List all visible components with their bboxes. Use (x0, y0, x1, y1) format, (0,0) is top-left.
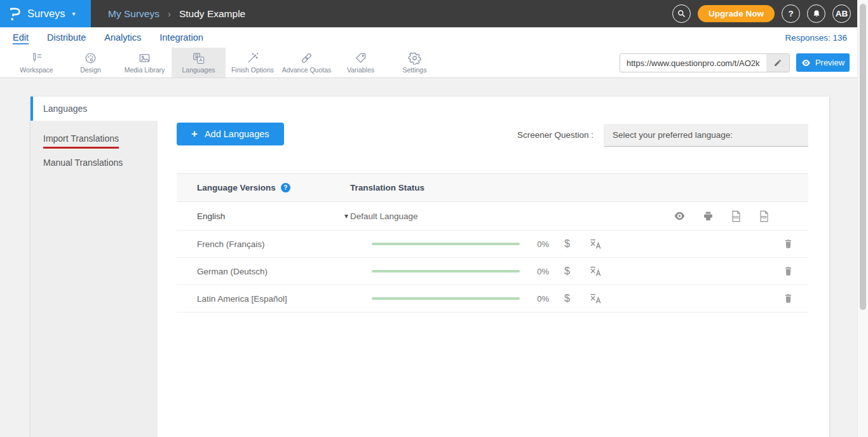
paid-translation-icon[interactable]: $ (564, 238, 570, 250)
translate-icon (589, 238, 602, 250)
screener-question-label: Screener Question : (475, 124, 593, 147)
preview-button[interactable]: Preview (796, 53, 850, 72)
delete-language-button[interactable] (783, 293, 793, 307)
export-doc-icon[interactable]: DOC (731, 210, 742, 222)
translate-icon (589, 292, 602, 305)
languages-card: Languages Import Translations Manual Tra… (31, 97, 829, 437)
page-scrollbar[interactable] (857, 0, 868, 437)
translation-progress-percent: 0% (526, 294, 549, 304)
languages-sidebar: Languages Import Translations Manual Tra… (31, 97, 158, 437)
toolbar-item-advance-quotas[interactable]: Advance Quotas (280, 48, 334, 77)
notifications-button[interactable] (807, 4, 825, 23)
table-row-french: French (Français) 0% $ (177, 231, 808, 258)
survey-tabs-bar: Edit Distribute Analytics Integration Re… (0, 27, 868, 48)
chevron-down-icon: ▾ (72, 10, 76, 17)
tab-integration[interactable]: Integration (159, 32, 203, 43)
help-badge-icon[interactable]: ? (281, 183, 290, 192)
questionpro-logo-icon (8, 6, 22, 22)
language-name: Latin America [Español] (177, 294, 350, 304)
palette-icon (84, 51, 97, 65)
sidebar-item-manual-translations[interactable]: Manual Translations (31, 151, 158, 175)
topbar-actions: Upgrade Now ? AB (672, 0, 851, 27)
question-mark-icon: ? (788, 9, 793, 18)
language-name: German (Deutsch) (177, 267, 350, 276)
sidebar-nav: Import Translations Manual Translations (31, 121, 158, 437)
upgrade-now-button[interactable]: Upgrade Now (698, 5, 775, 22)
svg-text:DOC: DOC (733, 216, 740, 219)
toolbar-item-workspace[interactable]: Workspace (10, 48, 64, 77)
tab-edit[interactable]: Edit (13, 32, 29, 43)
print-icon[interactable] (703, 211, 714, 222)
tab-analytics[interactable]: Analytics (104, 32, 141, 43)
sidebar-item-import-translations[interactable]: Import Translations (31, 126, 158, 151)
chevron-down-icon[interactable]: ▾ (344, 212, 348, 220)
svg-text:PDF: PDF (761, 216, 768, 219)
trash-icon (783, 293, 793, 304)
paid-translation-icon[interactable]: $ (564, 266, 570, 277)
translate-icon: A (192, 51, 205, 65)
tag-icon (354, 51, 367, 65)
sidebar-title: Languages (31, 97, 158, 121)
top-bar: Surveys ▾ My Surveys › Study Example Upg… (0, 0, 868, 27)
breadcrumb-current: Study Example (179, 8, 245, 20)
default-language-name: English (177, 212, 350, 221)
workspace-icon (30, 51, 43, 65)
svg-text:A: A (199, 57, 203, 63)
scrollbar-thumb[interactable] (860, 4, 866, 310)
delete-language-button[interactable] (783, 266, 793, 279)
auto-translate-button[interactable] (589, 292, 602, 307)
gear-icon (408, 51, 421, 65)
paid-translation-icon[interactable]: $ (564, 293, 570, 304)
product-name: Surveys (27, 8, 65, 20)
view-eye-icon[interactable] (674, 212, 686, 220)
translation-progress-percent: 0% (526, 267, 549, 276)
help-button[interactable]: ? (782, 4, 800, 23)
toolbar-item-finish-options[interactable]: Finish Options (226, 48, 280, 77)
toolbar-item-design[interactable]: Design (64, 48, 118, 77)
trash-icon (783, 266, 793, 277)
image-icon (138, 51, 151, 65)
survey-url-group (620, 53, 790, 72)
responses-count-link[interactable]: Responses: 136 (785, 33, 847, 43)
content-area: Languages Import Translations Manual Tra… (0, 78, 868, 437)
edit-url-button[interactable] (766, 54, 789, 72)
tab-distribute[interactable]: Distribute (47, 32, 86, 43)
translation-progress-percent: 0% (526, 239, 549, 249)
translate-icon (589, 265, 602, 278)
default-language-actions: DOC PDF (674, 202, 770, 230)
table-row-default-language: English ▾ Default Language (177, 202, 808, 231)
toolbar-item-settings[interactable]: Settings (388, 48, 442, 77)
edit-toolbar: Workspace Design Media Library A Languag… (0, 48, 868, 78)
breadcrumb-my-surveys[interactable]: My Surveys (108, 8, 159, 20)
table-header-row: Language Versions ? Translation Status (177, 173, 808, 202)
languages-panel: + Add Languages Screener Question : Sele… (158, 97, 829, 437)
table-row-german: German (Deutsch) 0% $ (177, 258, 808, 285)
table-row-latin-america: Latin America [Español] 0% $ (177, 285, 808, 313)
eye-icon (801, 59, 811, 67)
auto-translate-button[interactable] (589, 265, 602, 280)
screener-question-select[interactable]: Select your preferred language: (604, 124, 808, 147)
chain-links-icon (300, 51, 313, 65)
bell-icon (812, 9, 821, 18)
toolbar-item-media-library[interactable]: Media Library (118, 48, 172, 77)
language-name: French (Français) (177, 239, 350, 249)
toolbar-item-variables[interactable]: Variables (334, 48, 388, 77)
survey-url-input[interactable] (620, 54, 766, 72)
breadcrumb: My Surveys › Study Example (108, 0, 245, 27)
avatar[interactable]: AB (832, 4, 851, 23)
add-languages-button[interactable]: + Add Languages (177, 123, 284, 145)
auto-translate-button[interactable] (589, 238, 602, 253)
breadcrumb-separator-icon: › (168, 8, 171, 19)
product-switcher[interactable]: Surveys ▾ (0, 0, 91, 27)
search-icon (677, 9, 686, 18)
magic-wand-icon (246, 51, 259, 65)
plus-icon: + (191, 128, 198, 140)
avatar-initials: AB (836, 9, 848, 18)
export-pdf-icon[interactable]: PDF (759, 210, 770, 222)
translation-progress-bar (372, 270, 520, 272)
delete-language-button[interactable] (783, 238, 793, 252)
translation-progress-bar (372, 297, 520, 300)
search-button[interactable] (672, 4, 691, 23)
toolbar-item-languages[interactable]: A Languages (172, 48, 226, 77)
translation-progress-bar (372, 243, 520, 245)
